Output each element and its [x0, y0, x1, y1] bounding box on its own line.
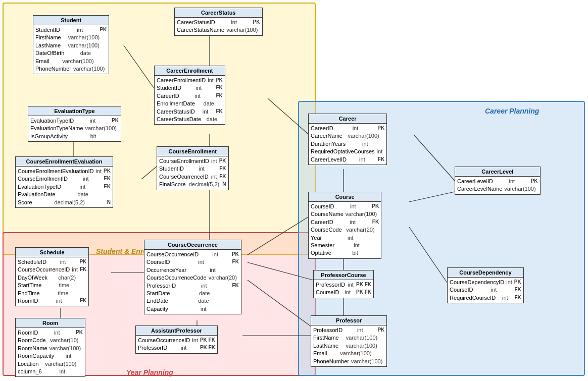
- col-type: int: [194, 92, 201, 100]
- table-room: RoomRoomIDintPKRoomCodevarchar(10)RoomNa…: [15, 318, 85, 377]
- table-row: CareerLevelIDintFK: [311, 156, 384, 164]
- col-type: varchar(100): [62, 58, 93, 65]
- col-name: StudentID: [157, 84, 181, 92]
- col-name: RoomName: [18, 345, 47, 352]
- col-name: Location: [18, 360, 39, 368]
- table-body-course: CourseIDintPKCourseNamevarchar(100)Caree…: [309, 202, 381, 258]
- col-name: ProfessorID: [316, 281, 345, 289]
- col-type: time: [59, 282, 69, 289]
- col-key: PK FK: [356, 289, 371, 296]
- col-name: CourseOccurrenceID: [138, 337, 190, 344]
- col-name: StudentID: [159, 165, 184, 173]
- col-name: EndDate: [146, 297, 168, 305]
- table-row: CareerIDintPK: [311, 125, 384, 132]
- col-type: int: [348, 281, 354, 289]
- col-name: CareerLevelID: [311, 156, 347, 164]
- table-row: CourseOcurrenceIDintFK: [159, 173, 226, 181]
- col-type: time: [58, 290, 69, 297]
- col-type: int: [66, 352, 72, 360]
- col-type: int: [359, 156, 365, 164]
- table-careerenrollment: CareerEnrollmentCareerEnrollmentIDintPKS…: [154, 66, 225, 125]
- table-row: CareerLevelIDintPK: [457, 178, 538, 185]
- col-key: PK: [104, 168, 111, 175]
- table-row: CareerNamevarchar(100): [311, 132, 384, 140]
- col-key: PK: [79, 258, 86, 266]
- table-row: EvaluationTypeNamevarchar(100): [30, 125, 119, 132]
- diagram-container: Student & Enrollment Year Planning Caree…: [0, 0, 588, 381]
- table-row: CareerIDintFK: [157, 92, 223, 100]
- col-name: StartDate: [146, 290, 170, 297]
- table-row: CourseEnrollmentEvaluationIDintPK: [18, 168, 111, 175]
- col-name: Score: [18, 199, 32, 206]
- col-name: Capacity: [146, 305, 168, 313]
- col-name: ScheduleID: [18, 258, 46, 266]
- table-row: ProfessorIDintPK FK: [316, 281, 371, 289]
- col-key: FK: [216, 92, 222, 100]
- col-name: CareerStatusDate: [157, 116, 201, 123]
- col-type: int: [201, 282, 207, 290]
- table-courseenrollmentevaluation: CourseEnrollmentEvaluationCourseEnrollme…: [15, 156, 113, 208]
- col-name: Email: [313, 350, 327, 357]
- col-name: CourseID: [146, 258, 170, 266]
- col-type: date: [204, 100, 214, 107]
- col-type: int: [181, 344, 187, 352]
- col-key: PK: [219, 157, 226, 165]
- col-type: int: [362, 140, 368, 148]
- table-row: ScheduleIDintPK: [18, 258, 86, 266]
- col-type: int: [54, 329, 60, 337]
- col-name: DurationYears: [311, 140, 346, 148]
- table-row: StartTimetime: [18, 282, 86, 289]
- table-row: FinalScoredecimal(5,2)N: [159, 181, 226, 188]
- col-type: int: [72, 266, 78, 274]
- table-row: Semesterint: [311, 242, 379, 249]
- table-careerlevel: CareerLevelCareerLevelIDintPKCareerLevel…: [455, 167, 541, 195]
- col-type: int: [211, 173, 217, 181]
- col-key: FK: [232, 258, 239, 266]
- table-row: CourseIDintPK FK: [316, 289, 371, 296]
- table-row: EvaluationTypeIDintFK: [18, 183, 111, 191]
- col-key: PK: [100, 26, 107, 34]
- table-header-careerenrollment: CareerEnrollment: [155, 66, 225, 76]
- col-type: varchar(100): [346, 342, 377, 350]
- col-name: CourseEnrollmentEvaluationID: [18, 168, 93, 175]
- col-key: PK: [112, 117, 119, 125]
- table-schedule: ScheduleScheduleIDintPKCourseOccurrenceI…: [15, 247, 89, 306]
- col-name: EvaluationTypeID: [30, 117, 74, 125]
- table-evaluationtype: EvaluationTypeEvaluationTypeIDintPKEvalu…: [28, 106, 121, 142]
- col-key: PK: [232, 251, 239, 258]
- table-row: CourseOccurrenceCodevarchar(20): [146, 274, 239, 282]
- col-key: PK: [253, 19, 260, 26]
- col-name: column_6: [18, 368, 42, 375]
- col-name: RequiredCourseID: [450, 294, 496, 302]
- table-row: CourseNamevarchar(100): [311, 210, 379, 218]
- table-row: column_6int: [18, 368, 83, 375]
- col-type: int: [203, 108, 209, 116]
- col-type: int: [80, 183, 86, 191]
- table-student: StudentStudentIDintPKFirstNamevarchar(10…: [33, 15, 109, 74]
- table-row: StartDatedate: [146, 290, 239, 297]
- col-type: int: [491, 286, 497, 294]
- table-header-careerstatus: CareerStatus: [175, 8, 262, 18]
- col-name: CourseID: [316, 289, 339, 296]
- col-name: RoomID: [18, 297, 38, 305]
- col-key: FK: [216, 108, 222, 116]
- col-type: int: [231, 19, 237, 26]
- col-name: LastName: [35, 42, 61, 49]
- col-name: CareerLevelID: [457, 178, 493, 185]
- col-type: int: [198, 258, 204, 266]
- col-key: PK: [372, 203, 379, 210]
- col-type: int: [56, 297, 62, 305]
- table-row: RoomIDintFK: [18, 297, 86, 305]
- table-body-courseenrollmentevaluation: CourseEnrollmentEvaluationIDintPKCourseE…: [16, 167, 113, 207]
- col-key: FK: [80, 297, 86, 305]
- col-type: varchar(20): [209, 274, 237, 282]
- col-key: PK: [76, 329, 83, 337]
- col-name: CourseOcurrenceID: [159, 173, 209, 181]
- table-header-courseenrollment: CourseEnrollment: [157, 147, 228, 156]
- table-row: ProfessorIDintPK: [313, 326, 384, 334]
- col-type: varchar(100): [45, 360, 76, 368]
- table-header-courseoccurrence: CourseOccurrence: [144, 240, 241, 250]
- col-name: LastName: [313, 342, 338, 350]
- col-key: FK: [80, 266, 86, 274]
- col-name: PhoneNumber: [35, 65, 71, 73]
